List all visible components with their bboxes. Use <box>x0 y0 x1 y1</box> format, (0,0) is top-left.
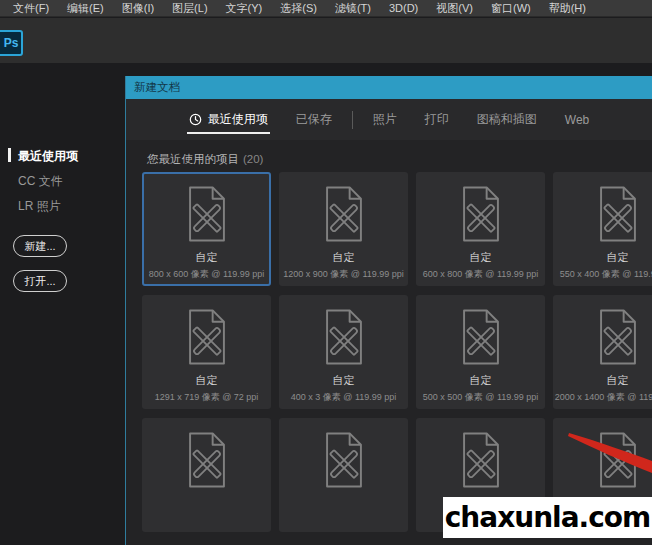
template-grid: 自定800 x 600 像素 @ 119.99 ppi 自定1200 x 900… <box>142 172 652 532</box>
menu-item-滤镜[interactable]: 滤镜(T) <box>326 0 380 16</box>
recent-items-heading: 您最近使用的项目(20) <box>147 152 263 167</box>
open-button[interactable]: 打开... <box>13 270 67 292</box>
dialog-title: 新建文档 <box>134 80 180 95</box>
template-spec: 400 x 3 像素 @ 119.99 ppi <box>291 391 397 404</box>
custom-document-icon <box>318 308 370 366</box>
template-spec: 550 x 400 像素 @ 119.99 ppi <box>560 268 652 281</box>
custom-document-icon <box>455 185 507 243</box>
active-indicator <box>8 148 11 162</box>
custom-document-icon <box>181 431 233 489</box>
tab-label: 图稿和插图 <box>477 111 537 128</box>
custom-document-icon <box>592 308 644 366</box>
menu-item-3D[interactable]: 3D(D) <box>380 0 427 16</box>
template-spec: 500 x 500 像素 @ 119.99 ppi <box>423 391 539 404</box>
template-name: 自定 <box>607 250 629 265</box>
sidebar-item-CC 文件[interactable]: CC 文件 <box>0 169 125 194</box>
tab-divider <box>352 111 353 129</box>
recent-items-heading-text: 您最近使用的项目 <box>147 153 239 165</box>
template-name: 自定 <box>196 250 218 265</box>
tab-label: 最近使用项 <box>208 111 268 128</box>
tab-label: Web <box>565 113 589 127</box>
template-spec: 1291 x 719 像素 @ 72 ppi <box>155 391 259 404</box>
template-spec: 600 x 800 像素 @ 119.99 ppi <box>423 268 539 281</box>
menu-item-文字[interactable]: 文字(Y) <box>217 0 272 16</box>
tab-已保存[interactable]: 已保存 <box>282 99 346 140</box>
new-button[interactable]: 新建... <box>13 235 67 257</box>
template-name: 自定 <box>196 373 218 388</box>
menu-item-文件[interactable]: 文件(F) <box>4 0 58 16</box>
template-card[interactable]: 自定1291 x 719 像素 @ 72 ppi <box>142 295 271 409</box>
custom-document-icon <box>181 185 233 243</box>
template-card[interactable]: 自定800 x 600 像素 @ 119.99 ppi <box>142 172 271 286</box>
new-document-dialog: 新建文档 最近使用项已保存照片打印图稿和插图Web 您最近使用的项目(20) 自… <box>125 76 652 545</box>
custom-document-icon <box>592 185 644 243</box>
custom-document-icon <box>181 308 233 366</box>
photoshop-logo-text: Ps <box>4 36 19 50</box>
sidebar-item-最近使用项[interactable]: 最近使用项 <box>0 144 125 169</box>
custom-document-icon <box>455 308 507 366</box>
template-card[interactable]: 自定550 x 400 像素 @ 119.99 ppi <box>553 172 652 286</box>
tab-label: 打印 <box>425 111 449 128</box>
clock-icon <box>189 113 202 126</box>
tab-label: 照片 <box>373 111 397 128</box>
menu-item-窗口[interactable]: 窗口(W) <box>482 0 540 16</box>
menu-item-选择[interactable]: 选择(S) <box>271 0 326 16</box>
custom-document-icon <box>455 431 507 489</box>
menu-item-图层[interactable]: 图层(L) <box>163 0 216 16</box>
template-card[interactable]: 自定2000 x 1400 像素 @ 119.99 ppi <box>553 295 652 409</box>
tab-照片[interactable]: 照片 <box>359 99 411 140</box>
custom-document-icon <box>318 431 370 489</box>
template-card[interactable] <box>279 418 408 532</box>
template-name: 自定 <box>470 250 492 265</box>
tab-图稿和插图[interactable]: 图稿和插图 <box>463 99 551 140</box>
template-name: 自定 <box>607 373 629 388</box>
template-card[interactable]: 自定1200 x 900 像素 @ 119.99 ppi <box>279 172 408 286</box>
menu-item-视图[interactable]: 视图(V) <box>427 0 482 16</box>
template-card[interactable]: 自定400 x 3 像素 @ 119.99 ppi <box>279 295 408 409</box>
template-spec: 1200 x 900 像素 @ 119.99 ppi <box>283 268 404 281</box>
dialog-titlebar[interactable]: 新建文档 <box>126 76 652 99</box>
menu-bar: 文件(F)编辑(E)图像(I)图层(L)文字(Y)选择(S)滤镜(T)3D(D)… <box>0 0 652 17</box>
menu-item-编辑[interactable]: 编辑(E) <box>58 0 113 16</box>
sidebar-item-LR 照片[interactable]: LR 照片 <box>0 194 125 219</box>
sidebar-item-label: CC 文件 <box>18 174 63 188</box>
sidebar-item-label: LR 照片 <box>18 199 61 213</box>
tab-最近使用项[interactable]: 最近使用项 <box>175 99 282 140</box>
template-card[interactable] <box>142 418 271 532</box>
custom-document-icon <box>318 185 370 243</box>
dialog-tabbar: 最近使用项已保存照片打印图稿和插图Web <box>126 99 652 140</box>
template-name: 自定 <box>470 373 492 388</box>
app-header-strip <box>0 18 652 63</box>
sidebar-item-label: 最近使用项 <box>18 149 78 163</box>
watermark-text: chaxunla.com <box>445 501 651 534</box>
template-name: 自定 <box>333 373 355 388</box>
recent-items-count: (20) <box>243 153 263 165</box>
template-name: 自定 <box>333 250 355 265</box>
tab-label: 已保存 <box>296 111 332 128</box>
tab-Web[interactable]: Web <box>551 99 603 140</box>
dialog-content: 您最近使用的项目(20) 自定800 x 600 像素 @ 119.99 ppi… <box>126 140 652 545</box>
tab-打印[interactable]: 打印 <box>411 99 463 140</box>
start-screen-sidebar: 最近使用项CC 文件LR 照片 <box>0 144 125 219</box>
template-spec: 2000 x 1400 像素 @ 119.99 ppi <box>555 391 652 404</box>
template-card[interactable]: 自定500 x 500 像素 @ 119.99 ppi <box>416 295 545 409</box>
template-spec: 800 x 600 像素 @ 119.99 ppi <box>149 268 265 281</box>
photoshop-logo: Ps <box>0 30 23 56</box>
watermark: chaxunla.com <box>443 497 652 538</box>
template-card[interactable]: 自定600 x 800 像素 @ 119.99 ppi <box>416 172 545 286</box>
menu-item-帮助[interactable]: 帮助(H) <box>540 0 595 16</box>
menu-item-图像[interactable]: 图像(I) <box>113 0 163 16</box>
custom-document-icon <box>592 431 644 489</box>
